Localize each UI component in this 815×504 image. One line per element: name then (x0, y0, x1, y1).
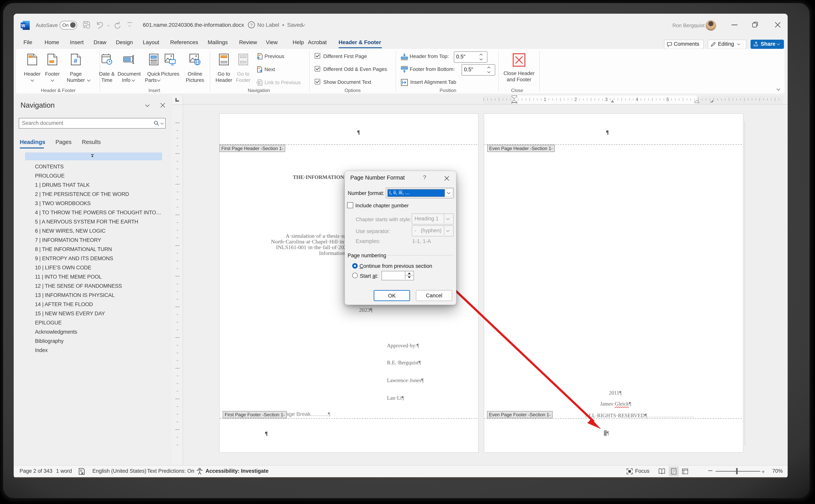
svg-text:W: W (21, 23, 25, 28)
svg-text:?: ? (250, 23, 253, 27)
svg-text:5: 5 (667, 97, 669, 102)
svg-text:3: 3 (605, 97, 608, 102)
svg-text:#: # (74, 57, 77, 64)
svg-text:4: 4 (636, 97, 638, 102)
svg-text:2: 2 (575, 97, 577, 102)
svg-text:1: 1 (544, 97, 546, 102)
